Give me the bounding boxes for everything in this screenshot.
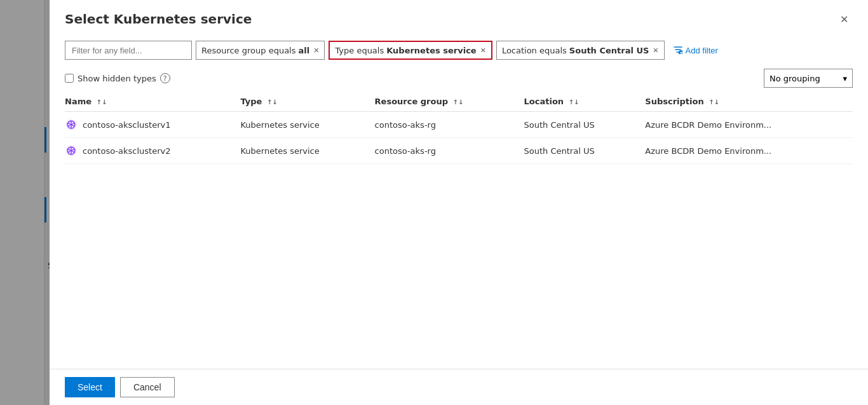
resource-group-chip-label: Resource group equals <box>201 46 295 55</box>
row-0-subscription: Azure BCDR Demo Environm... <box>645 112 853 138</box>
col-name[interactable]: Name ↑↓ <box>65 92 240 112</box>
resource-group-chip-close[interactable]: ✕ <box>313 46 319 55</box>
select-button[interactable]: Select <box>65 377 115 397</box>
row-1-name: contoso-aksclusterv2 <box>65 138 240 164</box>
col-resource-group[interactable]: Resource group ↑↓ <box>375 92 524 112</box>
location-filter-chip[interactable]: Location equals South Central US ✕ <box>496 41 665 60</box>
row-0-type: Kubernetes service <box>240 112 374 138</box>
show-hidden-types-checkbox[interactable] <box>65 74 74 83</box>
grouping-label: No grouping <box>770 74 820 83</box>
row-1-subscription: Azure BCDR Demo Environm... <box>645 138 853 164</box>
filter-input[interactable] <box>65 41 192 60</box>
table-header-row: Name ↑↓ Type ↑↓ Resource group ↑↓ Loca <box>65 92 853 112</box>
svg-point-0 <box>679 50 682 54</box>
show-hidden-types-label[interactable]: Show hidden types ? <box>65 73 170 83</box>
table-row[interactable]: contoso-aksclusterv1 Kubernetes servicec… <box>65 112 853 138</box>
type-chip-label: Type equals <box>335 46 384 55</box>
name-sort-icon: ↑↓ <box>97 99 107 106</box>
select-kubernetes-dialog: Select Kubernetes service ✕ Resource gro… <box>50 0 868 405</box>
type-sort-icon: ↑↓ <box>267 99 278 106</box>
rg-sort-icon: ↑↓ <box>453 99 464 106</box>
row-0-name: contoso-aksclusterv1 <box>65 112 240 138</box>
add-filter-button[interactable]: Add filter <box>668 41 723 60</box>
resource-group-filter-chip[interactable]: Resource group equals all ✕ <box>196 41 325 60</box>
svg-point-12 <box>70 149 72 151</box>
add-filter-label: Add filter <box>686 46 718 55</box>
row-0-location: South Central US <box>524 112 646 138</box>
type-chip-value: Kubernetes service <box>386 46 476 55</box>
kubernetes-icon <box>65 118 78 131</box>
type-chip-close[interactable]: ✕ <box>480 46 486 55</box>
row-0-resource-group: contoso-aks-rg <box>375 112 524 138</box>
svg-point-3 <box>70 123 72 125</box>
add-filter-icon <box>674 45 682 56</box>
dialog-header: Select Kubernetes service ✕ <box>50 0 868 36</box>
row-1-location: South Central US <box>524 138 646 164</box>
resource-group-chip-value: all <box>298 46 309 55</box>
sub-sort-icon: ↑↓ <box>709 99 719 106</box>
cancel-button[interactable]: Cancel <box>120 377 175 397</box>
close-button[interactable]: ✕ <box>835 10 853 28</box>
row-1-type: Kubernetes service <box>240 138 374 164</box>
location-chip-label: Location equals <box>502 46 567 55</box>
row-name-text: contoso-aksclusterv1 <box>83 120 171 130</box>
dialog-title: Select Kubernetes service <box>65 11 252 27</box>
location-sort-icon: ↑↓ <box>569 99 580 106</box>
location-chip-value: South Central US <box>569 46 649 55</box>
filter-bar: Resource group equals all ✕ Type equals … <box>50 36 868 65</box>
show-hidden-info-icon[interactable]: ? <box>160 73 170 83</box>
row-1-resource-group: contoso-aks-rg <box>375 138 524 164</box>
kubernetes-icon <box>65 144 78 157</box>
col-type[interactable]: Type ↑↓ <box>240 92 374 112</box>
table-row[interactable]: contoso-aksclusterv2 Kubernetes servicec… <box>65 138 853 164</box>
grouping-dropdown[interactable]: No grouping ▾ <box>764 69 853 88</box>
dialog-footer: Select Cancel <box>50 369 868 405</box>
type-filter-chip[interactable]: Type equals Kubernetes service ✕ <box>329 41 492 60</box>
row-name-text: contoso-aksclusterv2 <box>83 146 171 156</box>
options-bar: Show hidden types ? No grouping ▾ <box>50 65 868 92</box>
col-location[interactable]: Location ↑↓ <box>524 92 646 112</box>
location-chip-close[interactable]: ✕ <box>653 46 658 55</box>
resources-table: Name ↑↓ Type ↑↓ Resource group ↑↓ Loca <box>65 92 853 164</box>
show-hidden-types-text: Show hidden types <box>78 74 156 83</box>
col-subscription[interactable]: Subscription ↑↓ <box>645 92 853 112</box>
resources-table-area: Name ↑↓ Type ↑↓ Resource group ↑↓ Loca <box>50 92 868 369</box>
grouping-chevron-icon: ▾ <box>843 74 847 83</box>
